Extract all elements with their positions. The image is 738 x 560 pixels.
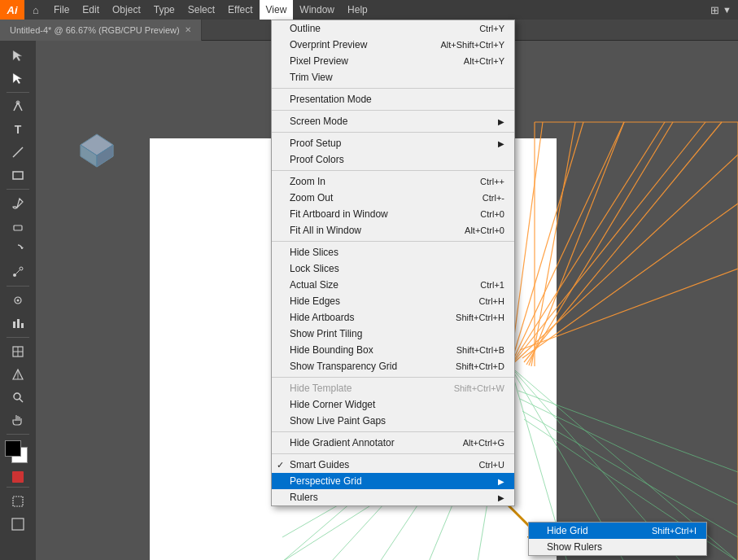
slice-tool-btn[interactable] (3, 340, 33, 363)
home-button[interactable]: ⌂ (24, 0, 47, 20)
menu-edit[interactable]: Edit (76, 0, 106, 20)
toolbar-separator-6 (7, 487, 29, 488)
svg-line-58 (510, 122, 705, 366)
eraser-tool-btn[interactable] (3, 215, 33, 238)
dd-sep-7 (272, 431, 514, 432)
selection-tool-btn[interactable] (3, 44, 33, 67)
menu-effect[interactable]: Effect (221, 0, 259, 20)
menu-select[interactable]: Select (181, 0, 221, 20)
dd-perspective-grid[interactable]: Perspective Grid ▶ (272, 473, 514, 489)
svg-line-1 (13, 147, 23, 157)
menu-right-icons: ⊞ ▼ (710, 4, 738, 16)
expand-icon[interactable]: ▼ (723, 5, 731, 15)
toolbar-separator-5 (7, 434, 29, 435)
dd-hide-artboards[interactable]: Hide Artboards Shift+Ctrl+H (272, 309, 514, 326)
dd-hide-bounding-box[interactable]: Hide Bounding Box Shift+Ctrl+B (272, 342, 514, 358)
dd-pixel-preview[interactable]: Pixel Preview Alt+Ctrl+Y (272, 53, 514, 69)
dd-fit-all[interactable]: Fit All in Window Alt+Ctrl+0 (272, 222, 514, 238)
dd-presentation-mode[interactable]: Presentation Mode (272, 91, 514, 107)
dd-sep-1 (272, 88, 514, 89)
dd-proof-colors[interactable]: Proof Colors (272, 151, 514, 168)
dd-hide-template: Hide Template Shift+Ctrl+W (272, 380, 514, 396)
perspective-cube-widget[interactable] (76, 130, 117, 171)
svg-line-18 (20, 399, 23, 402)
svg-point-9 (17, 300, 20, 302)
color-selector[interactable] (5, 440, 31, 466)
menu-type[interactable]: Type (147, 0, 181, 20)
menu-object[interactable]: Object (106, 0, 147, 20)
dd-proof-setup[interactable]: Proof Setup ▶ (272, 135, 514, 151)
dd-zoom-out[interactable]: Zoom Out Ctrl+- (272, 190, 514, 206)
svg-line-38 (518, 391, 738, 472)
dd-rulers[interactable]: Rulers ▶ (272, 489, 514, 505)
dd-show-print-tiling[interactable]: Show Print Tiling (272, 326, 514, 342)
dd-screen-mode[interactable]: Screen Mode ▶ (272, 113, 514, 129)
menu-file[interactable]: File (47, 0, 76, 20)
dd-hide-gradient-annotator[interactable]: Hide Gradient Annotator Alt+Ctrl+G (272, 435, 514, 451)
stroke-color-black (5, 440, 21, 457)
paintbrush-tool-btn[interactable] (3, 192, 33, 215)
screen-mode-btn[interactable] (3, 513, 33, 536)
line-tool-btn[interactable] (3, 141, 33, 164)
svg-rect-3 (14, 225, 22, 230)
blend-tool-btn[interactable] (3, 260, 33, 283)
dd-actual-size[interactable]: Actual Size Ctrl+1 (272, 277, 514, 293)
dd-show-transparency-grid[interactable]: Show Transparency Grid Shift+Ctrl+D (272, 358, 514, 374)
svg-rect-11 (17, 319, 20, 328)
svg-rect-10 (13, 322, 15, 328)
direct-selection-tool-btn[interactable] (3, 67, 33, 90)
dd-trim-view[interactable]: Trim View (272, 69, 514, 85)
view-dropdown-menu: Outline Ctrl+Y Overprint Preview Alt+Shi… (271, 20, 515, 506)
hand-tool-btn[interactable] (3, 409, 33, 431)
toolbar-separator-2 (7, 189, 29, 190)
dd-hide-edges[interactable]: Hide Edges Ctrl+H (272, 293, 514, 309)
menu-view[interactable]: View (260, 0, 294, 20)
zoom-tool-btn[interactable] (3, 386, 33, 409)
svg-line-63 (526, 122, 673, 365)
svg-line-7 (16, 270, 20, 274)
svg-point-17 (14, 393, 20, 400)
perspective-grid-btn[interactable] (3, 363, 33, 386)
dd-hide-slices[interactable]: Hide Slices (272, 244, 514, 260)
svg-line-56 (510, 122, 624, 366)
toolbar-left: T (0, 41, 36, 560)
dd-overprint-preview[interactable]: Overprint Preview Alt+Shift+Ctrl+Y (272, 37, 514, 53)
svg-point-5 (13, 273, 16, 277)
submenu-hide-grid[interactable]: Hide Grid Shift+Ctrl+I (529, 523, 706, 539)
svg-rect-20 (12, 518, 24, 530)
menu-help[interactable]: Help (341, 0, 374, 20)
document-tab[interactable]: Untitled-4* @ 66.67% (RGB/CPU Preview) ✕ (0, 20, 202, 41)
svg-rect-19 (13, 497, 23, 506)
svg-rect-2 (13, 172, 23, 179)
draw-inside-btn[interactable] (3, 490, 33, 513)
menu-window[interactable]: Window (293, 0, 341, 20)
dd-zoom-in[interactable]: Zoom In Ctrl++ (272, 173, 514, 190)
column-graph-btn[interactable] (3, 312, 33, 335)
rectangle-tool-btn[interactable] (3, 164, 33, 186)
submenu-show-rulers[interactable]: Show Rulers (529, 539, 706, 555)
dd-sep-5 (272, 241, 514, 242)
tab-title: Untitled-4* @ 66.67% (RGB/CPU Preview) (10, 25, 180, 35)
arrange-icon[interactable]: ⊞ (710, 4, 719, 16)
dd-hide-corner-widget[interactable]: Hide Corner Widget (272, 396, 514, 413)
dd-sep-3 (272, 132, 514, 133)
dd-sep-4 (272, 170, 514, 171)
svg-line-55 (510, 122, 583, 366)
tab-close-button[interactable]: ✕ (185, 25, 191, 34)
toolbar-separator-4 (7, 337, 29, 338)
pen-tool-btn[interactable] (3, 95, 33, 118)
menu-bar: Ai ⌂ File Edit Object Type Select Effect… (0, 0, 738, 20)
smart-guides-checkmark: ✓ (277, 460, 284, 470)
svg-point-6 (20, 267, 23, 270)
type-tool-btn[interactable]: T (3, 118, 33, 141)
dd-sep-2 (272, 110, 514, 111)
rotate-tool-btn[interactable] (3, 238, 33, 260)
swap-colors-icon[interactable] (12, 471, 24, 483)
dd-lock-slices[interactable]: Lock Slices (272, 260, 514, 277)
svg-line-60 (520, 269, 738, 350)
dd-show-live-paint-gaps[interactable]: Show Live Paint Gaps (272, 413, 514, 429)
dd-outline[interactable]: Outline Ctrl+Y (272, 20, 514, 37)
symbol-sprayer-btn[interactable] (3, 289, 33, 312)
dd-fit-artboard[interactable]: Fit Artboard in Window Ctrl+0 (272, 206, 514, 222)
dd-smart-guides[interactable]: ✓ Smart Guides Ctrl+U (272, 457, 514, 473)
